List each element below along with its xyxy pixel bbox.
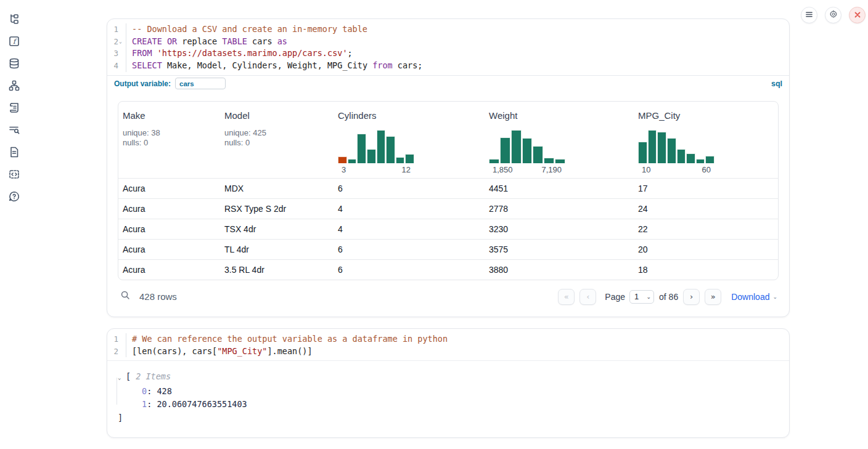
code-line[interactable]: 1-- Download a CSV and create an in-memo… [107, 23, 789, 36]
histogram-bar[interactable] [544, 158, 554, 163]
table-cell: 24 [634, 204, 778, 214]
chevron-down-icon: ⌄ [772, 294, 777, 300]
item-key: 1 [142, 398, 147, 411]
column-stats: unique: 38nulls: 0 [123, 128, 216, 148]
first-page-button[interactable]: « [558, 289, 575, 305]
table-row[interactable]: AcuraTL 4dr6357520 [118, 239, 778, 259]
page-label: Page [605, 292, 625, 302]
item-value: : 20.060747663551403 [147, 398, 247, 411]
code-line[interactable]: 4SELECT Make, Model, Cylinders, Weight, … [107, 60, 789, 72]
column-header[interactable]: Weight1,8507,190 [485, 102, 634, 178]
function-icon[interactable]: f [7, 34, 21, 48]
column-histogram: 312 [338, 130, 414, 178]
output-variable-label: Output variable: [114, 79, 171, 88]
histogram-bar[interactable] [686, 153, 695, 163]
output-tree-line: 0: 428 [118, 385, 789, 398]
column-histogram: 1,8507,190 [489, 130, 565, 178]
results-table: Makeunique: 38nulls: 0Modelunique: 425nu… [118, 101, 779, 280]
table-cell: 20 [634, 245, 778, 254]
table-cell: 22 [634, 224, 778, 234]
histogram-bar[interactable] [522, 138, 533, 163]
next-page-button[interactable]: › [683, 289, 700, 305]
table-cell: Acura [118, 204, 220, 214]
histogram-bar[interactable] [533, 146, 543, 163]
menu-icon [805, 10, 813, 21]
line-number: 3 [113, 47, 118, 60]
histogram-bar[interactable] [386, 136, 395, 163]
python-code-editor[interactable]: 1# We can reference the output variable … [107, 329, 789, 360]
line-number-gutter: 3 [107, 47, 126, 60]
histogram-min-label: 1,850 [493, 165, 513, 174]
histogram-bar[interactable] [367, 149, 376, 163]
histogram-bar[interactable] [696, 159, 705, 163]
snippets-icon[interactable] [7, 168, 21, 181]
table-row[interactable]: Acura3.5 RL 4dr6388018 [118, 259, 778, 280]
line-number-gutter: 2⌄ [107, 36, 126, 48]
dependency-graph-icon[interactable] [7, 79, 21, 92]
table-cell: 17 [634, 184, 778, 193]
python-cell: 1# We can reference the output variable … [107, 328, 790, 438]
histogram-bar[interactable] [489, 159, 499, 163]
code-line[interactable]: 2⌄CREATE OR replace TABLE cars as [107, 36, 789, 48]
last-page-button[interactable]: » [705, 289, 721, 305]
histogram-max-label: 7,190 [541, 165, 562, 174]
histogram-bar[interactable] [511, 130, 522, 163]
line-number-gutter: 4 [107, 60, 126, 72]
histogram-bar[interactable] [338, 156, 347, 163]
code-line[interactable]: 3FROM 'https://datasets.marimo.app/cars.… [107, 47, 789, 60]
fold-chevron-icon[interactable]: ⌄ [119, 36, 124, 48]
table-row[interactable]: AcuraMDX6445117 [118, 178, 778, 198]
output-variable-input[interactable] [175, 78, 226, 89]
column-header[interactable]: Makeunique: 38nulls: 0 [118, 102, 220, 178]
table-cell: 4451 [485, 184, 634, 193]
scratchpad-icon[interactable] [7, 101, 21, 115]
histogram-bar[interactable] [677, 149, 686, 163]
chevron-down-icon: ⌄ [647, 294, 652, 300]
histogram-bar[interactable] [357, 134, 366, 163]
page-select[interactable]: 1 ⌄ [629, 290, 654, 304]
column-header[interactable]: Cylinders312 [334, 102, 485, 178]
histogram-bar[interactable] [638, 142, 647, 163]
table-row[interactable]: AcuraRSX Type S 2dr4277824 [118, 198, 778, 219]
histogram-bar[interactable] [405, 154, 414, 163]
table-cell: MDX [220, 184, 334, 193]
column-header[interactable]: MPG_City1060 [634, 102, 778, 178]
database-icon[interactable] [7, 57, 21, 70]
notebook-actions [801, 7, 866, 23]
documentation-icon[interactable] [7, 145, 21, 159]
histogram-bar[interactable] [396, 157, 405, 163]
code-line[interactable]: 2[len(cars), cars["MPG_City"].mean()] [107, 346, 789, 358]
settings-button[interactable] [825, 7, 841, 23]
table-cell: 6 [334, 245, 485, 254]
line-number: 2 [113, 36, 118, 48]
column-header-label: Model [224, 110, 330, 121]
histogram-bar[interactable] [348, 159, 357, 163]
column-header-label: MPG_City [638, 110, 774, 121]
code-text: CREATE OR replace TABLE cars as [126, 36, 287, 48]
histogram-bar[interactable] [377, 130, 386, 163]
cell-language-tag[interactable]: sql [771, 79, 782, 88]
histogram-bar[interactable] [500, 137, 510, 163]
histogram-max-label: 60 [702, 165, 711, 174]
prev-page-button[interactable]: ‹ [579, 289, 596, 305]
code-line[interactable]: 1# We can reference the output variable … [107, 333, 789, 346]
collapse-chevron-icon[interactable]: ⌄ [118, 371, 126, 385]
output-tree-line: 1: 20.060747663551403 [118, 398, 789, 411]
download-button[interactable]: Download ⌄ [731, 292, 777, 302]
column-header[interactable]: Modelunique: 425nulls: 0 [220, 102, 334, 178]
file-tree-icon[interactable] [7, 12, 21, 26]
histogram-bar[interactable] [555, 159, 565, 163]
histogram-bar[interactable] [657, 132, 666, 163]
shutdown-button[interactable] [849, 7, 866, 23]
histogram-bar[interactable] [667, 138, 676, 163]
histogram-bar[interactable] [648, 130, 657, 163]
table-cell: 3575 [485, 245, 634, 254]
search-icon[interactable] [120, 290, 131, 303]
help-icon[interactable] [7, 190, 21, 203]
sql-code-editor[interactable]: 1-- Download a CSV and create an in-memo… [107, 19, 789, 75]
logs-search-icon[interactable] [7, 123, 21, 137]
table-row[interactable]: AcuraTSX 4dr4323022 [118, 219, 778, 239]
sql-cell: 1-- Download a CSV and create an in-memo… [107, 18, 790, 317]
menu-button[interactable] [801, 7, 817, 23]
histogram-bar[interactable] [705, 156, 714, 163]
